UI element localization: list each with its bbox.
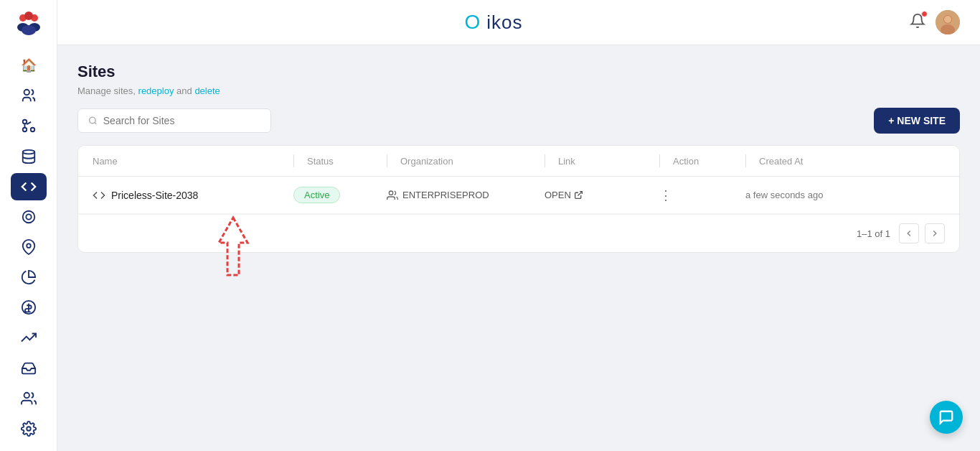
col-status: Status <box>293 154 387 167</box>
svg-point-21 <box>90 117 96 124</box>
search-box[interactable] <box>77 108 271 133</box>
pagination: 1–1 of 1 <box>78 214 959 252</box>
pie-chart-icon <box>21 269 37 285</box>
sidebar-item-location[interactable] <box>11 233 47 261</box>
org-icon <box>387 190 398 201</box>
col-name: Name <box>93 154 293 167</box>
svg-point-20 <box>944 16 951 23</box>
sidebar-item-analytics[interactable] <box>11 324 47 351</box>
svg-point-15 <box>24 393 29 398</box>
site-org-cell: ENTERPRISEPROD <box>387 190 545 201</box>
page-content: Sites Manage sites, redeploy and delete … <box>57 45 980 451</box>
brand-o: O <box>464 11 481 34</box>
table-row[interactable]: Priceless-Site-2038 Active ENTERPRISEPRO… <box>78 177 959 214</box>
header-actions <box>910 10 960 34</box>
pagination-range: 1–1 of 1 <box>857 228 890 239</box>
inbox-icon <box>21 361 37 376</box>
action-menu-button[interactable]: ⋮ <box>659 187 673 203</box>
database-icon <box>21 149 37 164</box>
sidebar: 🏠 <box>0 0 57 451</box>
sidebar-item-inbox[interactable] <box>11 355 47 382</box>
notification-badge <box>921 11 928 17</box>
col-organization: Organization <box>387 154 545 167</box>
site-org: ENTERPRISEPROD <box>402 190 489 200</box>
delete-link[interactable]: delete <box>194 85 220 96</box>
search-input[interactable] <box>103 115 260 126</box>
search-icon <box>88 116 98 126</box>
settings-icon <box>21 421 37 437</box>
svg-point-11 <box>22 211 34 223</box>
site-created-cell: a few seconds ago <box>745 190 945 200</box>
page-subtitle: Manage sites, redeploy and delete <box>77 85 960 96</box>
redeploy-link[interactable]: redeploy <box>138 85 174 96</box>
table-header: Name Status Organization Link Action <box>78 146 959 177</box>
page-title: Sites <box>77 62 960 81</box>
notification-bell[interactable] <box>910 13 925 32</box>
pagination-next[interactable] <box>925 223 945 243</box>
dollar-icon <box>21 299 37 315</box>
chevron-left-icon <box>904 228 914 238</box>
sidebar-item-data[interactable] <box>11 203 47 231</box>
site-name-cell: Priceless-Site-2038 <box>93 189 293 202</box>
site-link-text: OPEN <box>545 190 571 200</box>
svg-line-24 <box>578 192 582 196</box>
svg-point-23 <box>389 191 392 195</box>
header: Oikos <box>57 0 980 45</box>
chat-button[interactable] <box>930 401 963 434</box>
site-created-at: a few seconds ago <box>745 190 823 200</box>
users-icon <box>21 88 37 103</box>
map-pin-icon <box>21 239 37 255</box>
main-content: Oikos Sites Manage si <box>57 0 980 451</box>
svg-point-7 <box>30 128 34 132</box>
code-icon <box>21 179 37 195</box>
svg-point-13 <box>27 243 31 248</box>
svg-point-5 <box>22 25 36 35</box>
trending-icon <box>21 330 37 345</box>
site-action-cell[interactable]: ⋮ <box>659 187 745 203</box>
chevron-right-icon <box>930 228 940 238</box>
toolbar: + NEW SITE <box>77 108 960 134</box>
sidebar-logo <box>10 9 47 43</box>
code-file-icon <box>93 189 105 202</box>
brand-ikos: ikos <box>486 11 522 34</box>
team-icon <box>21 391 37 406</box>
new-site-button[interactable]: + NEW SITE <box>874 108 960 134</box>
chat-icon <box>938 409 954 425</box>
brand-name: Oikos <box>464 11 522 34</box>
site-link-cell[interactable]: OPEN <box>545 190 659 200</box>
sidebar-item-sites[interactable] <box>11 173 47 200</box>
col-created-at: Created At <box>745 154 945 167</box>
external-link-icon <box>574 190 583 200</box>
layers-icon <box>21 209 37 225</box>
svg-point-2 <box>24 11 33 20</box>
svg-point-9 <box>22 128 27 132</box>
avatar[interactable] <box>936 10 960 34</box>
sidebar-item-money[interactable] <box>11 294 47 321</box>
svg-point-12 <box>26 214 31 219</box>
site-status-cell: Active <box>293 187 387 203</box>
site-name: Priceless-Site-2038 <box>111 190 198 201</box>
col-action: Action <box>659 154 745 167</box>
sites-table: Name Status Organization Link Action <box>77 145 960 253</box>
svg-point-16 <box>27 427 31 431</box>
sidebar-item-git[interactable] <box>11 112 47 139</box>
home-icon: 🏠 <box>21 57 37 73</box>
svg-point-8 <box>22 120 27 124</box>
sidebar-item-chart[interactable] <box>11 264 47 291</box>
pagination-prev[interactable] <box>899 223 919 243</box>
svg-point-6 <box>24 90 29 95</box>
sidebar-item-settings[interactable] <box>11 415 47 442</box>
sidebar-item-users[interactable] <box>11 82 47 109</box>
sidebar-item-home[interactable]: 🏠 <box>11 52 47 79</box>
col-link: Link <box>545 154 659 167</box>
sidebar-item-team[interactable] <box>11 385 47 412</box>
status-badge: Active <box>293 187 340 203</box>
git-icon <box>21 118 37 134</box>
sidebar-item-database[interactable] <box>11 142 47 169</box>
svg-line-22 <box>95 122 96 124</box>
svg-point-10 <box>22 149 34 154</box>
